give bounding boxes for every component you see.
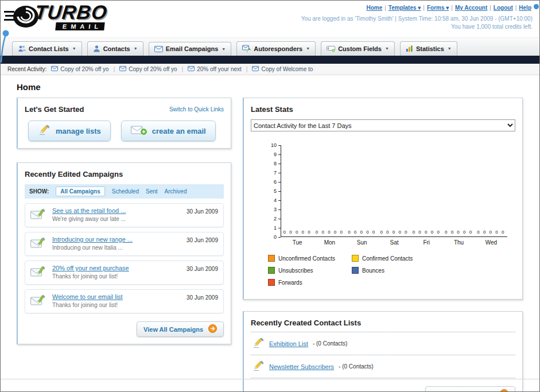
x-axis-label: Mon xyxy=(313,239,345,246)
campaign-text: Introducing our new range ...Introducing… xyxy=(52,236,181,251)
campaigns-title: Recently Edited Campaigns xyxy=(25,170,224,178)
y-tick-label: 0 xyxy=(274,234,277,240)
app-logo: TURBO EMAIL xyxy=(4,3,107,31)
separator: | xyxy=(114,66,115,72)
nav-tab-statistics[interactable]: Statistics▼ xyxy=(400,41,457,56)
campaign-row: See us at the retail food ...We're givin… xyxy=(25,203,224,227)
pencil-icon xyxy=(38,125,50,137)
campaign-text: See us at the retail food ...We're givin… xyxy=(52,207,181,222)
legend-color-swatch xyxy=(268,255,275,262)
nav-tab-autoresponders[interactable]: Autoresponders▼ xyxy=(236,41,316,56)
chart-value-labels: 0 0 0 0 0 xyxy=(281,230,313,236)
x-axis-label: Fri xyxy=(410,239,442,246)
manage-lists-button[interactable]: manage lists xyxy=(28,121,111,141)
create-email-button[interactable]: create an email xyxy=(121,121,216,141)
legend-label: Unconfirmed Contacts xyxy=(278,255,335,262)
chart-value-labels: 0 0 0 0 0 xyxy=(475,230,507,236)
recent-activity-text: Copy of 20% off yo xyxy=(60,66,108,72)
contact-lists-title: Recently Created Contact Lists xyxy=(251,319,515,332)
view-all-campaigns-label: View All Campaigns xyxy=(143,326,203,333)
switch-quick-links-link[interactable]: Switch to Quick Links xyxy=(169,106,224,112)
separator: | xyxy=(384,5,386,11)
top-link-home[interactable]: Home xyxy=(366,5,382,11)
chevron-down-icon: ▼ xyxy=(385,46,389,51)
top-link-logout[interactable]: Logout xyxy=(494,5,513,11)
nav-tab-custom-fields[interactable]: Custom Fields▼ xyxy=(321,41,395,56)
contact-list-items: Exhibition List- (0 Contacts)Newsletter … xyxy=(251,332,515,378)
contact-list-link[interactable]: Exhibition List xyxy=(269,340,308,347)
recent-activity-item[interactable]: Copy of 20% off yo xyxy=(51,66,108,72)
nav-tab-email-campaigns[interactable]: Email Campaigns▼ xyxy=(149,42,232,56)
recent-activity-text: Copy of Welcome to xyxy=(261,66,313,72)
chevron-down-icon: ▼ xyxy=(448,46,452,51)
logo-secondary-text: EMAIL xyxy=(55,22,105,30)
top-link-help[interactable]: Help xyxy=(519,5,531,11)
campaign-text: 20% off your next purchaseThanks for joi… xyxy=(52,265,181,280)
latest-stats-title: Latest Stats xyxy=(251,105,515,114)
recent-activity-item[interactable]: Copy of 20% off yo xyxy=(119,66,177,72)
contact-list-link[interactable]: Newsletter Subscribers xyxy=(269,363,334,370)
field-icon xyxy=(327,45,335,52)
contact-list-item: Newsletter Subscribers- (0 Contacts) xyxy=(251,355,515,378)
people-icon xyxy=(18,45,26,52)
chart-grid: 109876543210 0 0 0 0 00 0 0 0 00 0 0 0 0… xyxy=(267,145,507,237)
campaigns-panel: Recently Edited Campaigns SHOW: All Camp… xyxy=(17,162,231,344)
filter-tab-sent[interactable]: Sent xyxy=(146,188,158,195)
chart-value-labels: 0 0 0 0 0 xyxy=(346,230,378,236)
filter-tab-archived[interactable]: Archived xyxy=(165,188,187,195)
arrow-circle-icon xyxy=(208,324,217,334)
chart-value-labels: 0 0 0 0 0 xyxy=(410,230,442,236)
campaign-title-link[interactable]: 20% off your next purchase xyxy=(52,265,181,271)
campaign-date: 30 Jun 2009 xyxy=(187,208,218,215)
show-label: SHOW: xyxy=(29,188,49,195)
nav-tab-contact-lists[interactable]: Contact Lists▼ xyxy=(12,41,82,56)
chart-plot-area: 0 0 0 0 00 0 0 0 00 0 0 0 00 0 0 0 00 0 … xyxy=(281,145,507,237)
x-axis-label: Wed xyxy=(475,239,507,246)
header-right: Home|Templates ▾|Forms ▾|My Account|Logo… xyxy=(301,3,533,30)
y-tick-label: 10 xyxy=(271,142,277,148)
legend-color-swatch xyxy=(352,255,359,262)
see-all-contact-lists-button[interactable]: See All Contact Lists xyxy=(425,386,515,392)
campaign-list: See us at the retail food ...We're givin… xyxy=(25,203,224,313)
campaign-title-link[interactable]: Welcome to our email list xyxy=(52,293,181,300)
envelope-loop-icon xyxy=(242,45,251,52)
campaign-title-link[interactable]: See us at the retail food ... xyxy=(52,207,181,214)
pencil-icon xyxy=(252,337,265,350)
recent-activity-items: Copy of 20% off yo|Copy of 20% off yo|20… xyxy=(51,66,313,72)
envelope-plus-icon xyxy=(131,125,147,137)
chevron-down-icon: ▼ xyxy=(222,47,226,51)
chevron-down-icon: ▼ xyxy=(306,46,310,51)
campaign-title-link[interactable]: Introducing our new range ... xyxy=(52,236,181,243)
x-axis-label: Sat xyxy=(378,239,410,246)
envelope-pencil-icon xyxy=(30,208,46,223)
contact-activity-chart: 109876543210 0 0 0 0 00 0 0 0 00 0 0 0 0… xyxy=(251,145,515,291)
envelope-icon xyxy=(51,66,58,72)
decorative-swoosh xyxy=(1,29,12,65)
recent-activity-bar: Recent Activity: Copy of 20% off yo|Copy… xyxy=(1,64,539,75)
top-link-templates[interactable]: Templates ▾ xyxy=(389,5,421,11)
login-info: You are logged in as 'Timothy Smith' | S… xyxy=(301,15,533,22)
recent-activity-item[interactable]: Copy of Welcome to xyxy=(252,66,313,72)
chart-value-labels: 0 0 0 0 0 xyxy=(313,230,345,236)
legend-label: Bounces xyxy=(362,267,384,274)
contact-list-count: - (0 Contacts) xyxy=(313,340,348,347)
top-link-forms[interactable]: Forms ▾ xyxy=(427,5,449,11)
dashboard-columns: Let's Get Started Switch to Quick Links … xyxy=(17,98,525,392)
y-tick-label: 1 xyxy=(274,225,277,231)
filter-tab-all-campaigns[interactable]: All Campaigns xyxy=(56,187,104,196)
filter-tab-scheduled[interactable]: Scheduled xyxy=(112,188,139,195)
separator: | xyxy=(451,5,453,11)
recent-activity-item[interactable]: 20% off your next xyxy=(188,66,242,72)
view-all-campaigns-button[interactable]: View All Campaigns xyxy=(137,321,224,337)
get-started-title: Let's Get Started xyxy=(25,105,84,114)
contact-lists-actions: See All Contact Lists xyxy=(251,386,515,392)
nav-tab-contacts[interactable]: Contacts▼ xyxy=(87,41,143,56)
stats-period-select[interactable]: Contact Activity for the Last 7 Days xyxy=(251,119,515,131)
contact-list-count: - (0 Contacts) xyxy=(339,363,374,370)
separator: | xyxy=(182,66,184,72)
top-link-my-account[interactable]: My Account xyxy=(455,5,487,11)
legend-item: Bounces xyxy=(352,267,436,274)
separator: | xyxy=(246,66,248,72)
stats-icon xyxy=(406,45,413,52)
campaign-row: 20% off your next purchaseThanks for joi… xyxy=(25,261,224,285)
